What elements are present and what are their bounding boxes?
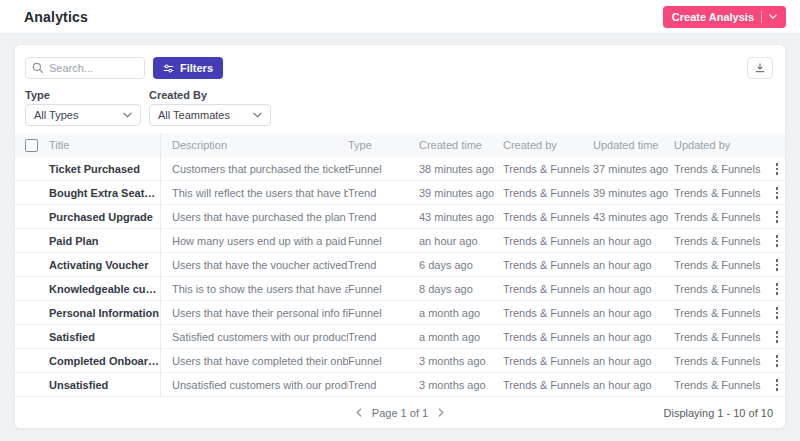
analysis-updated-time: an hour ago [593, 379, 674, 391]
select-all-checkbox[interactable] [25, 139, 38, 152]
table-row[interactable]: Activating Voucher Users that have the v… [15, 253, 785, 277]
page-title: Analytics [24, 9, 88, 25]
table-row[interactable]: Completed Onboarding Users that have com… [15, 349, 785, 373]
analysis-title[interactable]: Bought Extra Seats on Offer [49, 187, 160, 199]
analysis-created-time: 6 days ago [419, 259, 503, 271]
table-row[interactable]: Paid Plan How many users end up with a p… [15, 229, 785, 253]
column-header-type: Type [348, 139, 419, 151]
chevron-left-icon[interactable] [356, 408, 362, 417]
analysis-created-time: a month ago [419, 307, 503, 319]
analysis-created-by: Trends & Funnels [503, 379, 593, 391]
analysis-type: Funnel [348, 307, 419, 319]
table-footer: Page 1 of 1 Displaying 1 - 10 of 10 [15, 397, 785, 428]
analysis-updated-time: an hour ago [593, 235, 674, 247]
kebab-menu-icon[interactable] [770, 304, 784, 322]
analysis-created-by: Trends & Funnels [503, 163, 593, 175]
analysis-title[interactable]: Purchased Upgrade [49, 211, 160, 223]
analysis-updated-by: Trends & Funnels [674, 163, 769, 175]
table-row[interactable]: Unsatisfied Unsatisfied customers with o… [15, 373, 785, 397]
created-by-filter-select[interactable]: All Teammates [149, 104, 271, 126]
analysis-type: Trend [348, 187, 419, 199]
analysis-description: Users that have completed their onboa... [160, 349, 348, 373]
analysis-type: Funnel [348, 283, 419, 295]
table-row[interactable]: Bought Extra Seats on Offer This will re… [15, 181, 785, 205]
table-row[interactable]: Satisfied Satisfied customers with our p… [15, 325, 785, 349]
analysis-type: Funnel [348, 163, 419, 175]
table-row[interactable]: Personal Information Users that have the… [15, 301, 785, 325]
table-row[interactable]: Ticket Purchased Customers that purchase… [15, 157, 785, 181]
table-header: Title Description Type Created time Crea… [15, 133, 785, 157]
page-content: Filters Type All Types Created By All Te… [0, 34, 800, 441]
analysis-title[interactable]: Personal Information [49, 307, 160, 319]
analysis-created-by: Trends & Funnels [503, 235, 593, 247]
analysis-title[interactable]: Activating Voucher [49, 259, 160, 271]
analytics-card: Filters Type All Types Created By All Te… [14, 44, 786, 429]
kebab-menu-icon[interactable] [770, 232, 784, 250]
kebab-menu-icon[interactable] [770, 328, 784, 346]
page-indicator: Page 1 of 1 [372, 407, 428, 419]
kebab-menu-icon[interactable] [770, 256, 784, 274]
export-button[interactable] [747, 57, 773, 79]
analysis-created-by: Trends & Funnels [503, 355, 593, 367]
analysis-updated-by: Trends & Funnels [674, 355, 769, 367]
chevron-right-icon[interactable] [438, 408, 444, 417]
analysis-created-time: 3 months ago [419, 355, 503, 367]
analysis-title[interactable]: Unsatisfied [49, 379, 160, 391]
type-filter-select[interactable]: All Types [25, 104, 141, 126]
type-filter-group: Type All Types [25, 89, 141, 126]
analysis-updated-by: Trends & Funnels [674, 331, 769, 343]
type-filter-label: Type [25, 89, 141, 101]
column-header-description: Description [160, 133, 348, 157]
search-icon [32, 62, 44, 74]
filters-button[interactable]: Filters [153, 57, 223, 79]
type-filter-value: All Types [34, 109, 78, 121]
analysis-description: Unsatisfied customers with our product [160, 373, 348, 397]
kebab-menu-icon[interactable] [770, 208, 784, 226]
analysis-created-time: a month ago [419, 331, 503, 343]
analysis-title[interactable]: Completed Onboarding [49, 355, 160, 367]
analysis-type: Trend [348, 259, 419, 271]
table-row[interactable]: Purchased Upgrade Users that have purcha… [15, 205, 785, 229]
analysis-updated-time: an hour ago [593, 331, 674, 343]
analysis-description: Customers that purchased the ticket [160, 157, 348, 181]
analysis-updated-by: Trends & Funnels [674, 211, 769, 223]
chevron-down-icon [253, 112, 262, 118]
kebab-menu-icon[interactable] [770, 184, 784, 202]
kebab-menu-icon[interactable] [770, 160, 784, 178]
column-header-title: Title [49, 139, 160, 151]
create-analysis-label: Create Analysis [672, 11, 754, 23]
kebab-menu-icon[interactable] [770, 352, 784, 370]
analysis-description: Users that have purchased the plan up... [160, 205, 348, 229]
created-by-filter-group: Created By All Teammates [149, 89, 271, 126]
analysis-created-by: Trends & Funnels [503, 211, 593, 223]
analysis-title[interactable]: Satisfied [49, 331, 160, 343]
filter-row: Type All Types Created By All Teammates [15, 79, 785, 133]
created-by-filter-label: Created By [149, 89, 271, 101]
download-icon [754, 62, 766, 74]
create-analysis-button[interactable]: Create Analysis [663, 6, 786, 28]
analysis-updated-by: Trends & Funnels [674, 307, 769, 319]
analysis-created-by: Trends & Funnels [503, 187, 593, 199]
analysis-description: This will reflect the users that have bo… [160, 181, 348, 205]
analysis-created-time: an hour ago [419, 235, 503, 247]
created-by-filter-value: All Teammates [158, 109, 230, 121]
analysis-description: Users that have the voucher actived [160, 253, 348, 277]
analysis-title[interactable]: Knowledgeable customer [49, 283, 160, 295]
chevron-down-icon [123, 112, 132, 118]
kebab-menu-icon[interactable] [770, 376, 784, 394]
top-bar: Analytics Create Analysis [0, 0, 800, 34]
analysis-title[interactable]: Paid Plan [49, 235, 160, 247]
analysis-created-by: Trends & Funnels [503, 331, 593, 343]
analysis-type: Trend [348, 211, 419, 223]
column-header-updated-by: Updated by [674, 139, 769, 151]
kebab-menu-icon[interactable] [770, 280, 784, 298]
search-field-wrap [25, 57, 145, 79]
analysis-title[interactable]: Ticket Purchased [49, 163, 160, 175]
analysis-created-time: 38 minutes ago [419, 163, 503, 175]
analysis-type: Trend [348, 331, 419, 343]
analysis-updated-time: an hour ago [593, 307, 674, 319]
table-row[interactable]: Knowledgeable customer This is to show t… [15, 277, 785, 301]
analysis-created-by: Trends & Funnels [503, 283, 593, 295]
chevron-down-icon[interactable] [769, 14, 777, 19]
analysis-updated-time: 37 minutes ago [593, 163, 674, 175]
